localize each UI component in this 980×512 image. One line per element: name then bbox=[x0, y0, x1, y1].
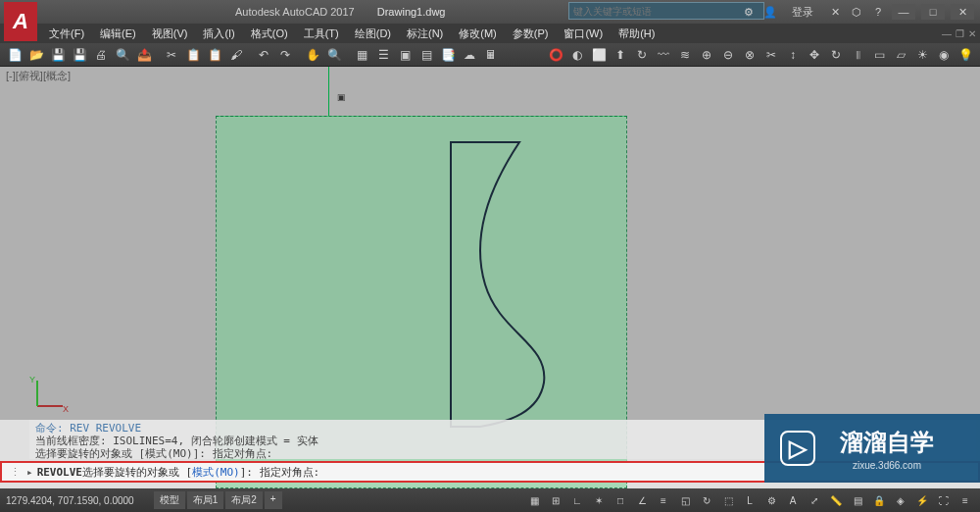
vase-profile-drawing[interactable] bbox=[431, 137, 578, 432]
preview-icon[interactable]: 🔍 bbox=[113, 45, 132, 65]
3dalign-icon[interactable]: ⫴ bbox=[848, 45, 867, 65]
snap-icon[interactable]: ⊞ bbox=[547, 491, 564, 509]
3dorbit-icon[interactable]: ⭕ bbox=[546, 45, 565, 65]
layout-tab-1[interactable]: 布局1 bbox=[187, 491, 224, 509]
cycling-icon[interactable]: ↻ bbox=[698, 491, 715, 509]
menu-edit[interactable]: 编辑(E) bbox=[92, 25, 144, 43]
union-icon[interactable]: ⊕ bbox=[697, 45, 716, 65]
coordinates-readout[interactable]: 1279.4204, 707.1590, 0.0000 bbox=[6, 495, 134, 506]
menu-format[interactable]: 格式(O) bbox=[243, 25, 296, 43]
intersect-icon[interactable]: ⊗ bbox=[740, 45, 760, 65]
menu-draw[interactable]: 绘图(D) bbox=[347, 25, 399, 43]
cmdline-option[interactable]: 模式(MO) bbox=[192, 465, 240, 480]
plot-icon[interactable]: 🖨 bbox=[91, 45, 111, 65]
menu-view[interactable]: 视图(V) bbox=[144, 25, 196, 43]
layout-tab-add[interactable]: + bbox=[265, 491, 282, 509]
paste-icon[interactable]: 📋 bbox=[205, 45, 224, 65]
app-logo[interactable]: A bbox=[4, 2, 37, 41]
saveas-icon[interactable]: 💾 bbox=[70, 45, 89, 65]
doc-minimize-icon[interactable]: — bbox=[942, 28, 952, 39]
drawing-canvas[interactable]: [-][俯视][概念] ▣ Y X bbox=[0, 67, 980, 420]
annotation-icon[interactable]: A bbox=[784, 491, 802, 509]
layout-tab-2[interactable]: 布局2 bbox=[225, 491, 263, 509]
zoom-icon[interactable]: 🔍 bbox=[324, 45, 344, 65]
stayconnected-icon[interactable]: ⬡ bbox=[849, 4, 864, 20]
materials-icon[interactable]: ◉ bbox=[934, 45, 954, 65]
box-icon[interactable]: ⬜ bbox=[589, 45, 609, 65]
polar-icon[interactable]: ✶ bbox=[590, 491, 608, 509]
loft-icon[interactable]: ≋ bbox=[675, 45, 695, 65]
menu-parametric[interactable]: 参数(P) bbox=[505, 25, 557, 43]
lockui-icon[interactable]: 🔒 bbox=[870, 491, 888, 509]
designcenter-icon[interactable]: ▣ bbox=[395, 45, 415, 65]
login-link[interactable]: 登录 bbox=[792, 5, 813, 20]
cleanscreen-icon[interactable]: ⛶ bbox=[935, 491, 953, 509]
minimize-button[interactable]: — bbox=[892, 4, 915, 20]
menu-modify[interactable]: 修改(M) bbox=[451, 25, 505, 43]
maximize-button[interactable]: □ bbox=[921, 4, 945, 20]
doc-close-icon[interactable]: ✕ bbox=[968, 28, 976, 39]
sweep-icon[interactable]: 〰 bbox=[654, 45, 673, 65]
lineweight-icon[interactable]: ≡ bbox=[655, 491, 672, 509]
presspull-icon[interactable]: ↕ bbox=[783, 45, 803, 65]
3drotate-icon[interactable]: ↻ bbox=[826, 45, 846, 65]
menu-window[interactable]: 窗口(W) bbox=[556, 25, 611, 43]
copy-icon[interactable]: 📋 bbox=[183, 45, 203, 65]
flatshot-icon[interactable]: ▱ bbox=[891, 45, 910, 65]
3dmove-icon[interactable]: ✥ bbox=[805, 45, 824, 65]
autoscale-icon[interactable]: ⤢ bbox=[806, 491, 823, 509]
grid-icon[interactable]: ▦ bbox=[525, 491, 543, 509]
properties-icon[interactable]: ☰ bbox=[373, 45, 393, 65]
user-icon[interactable]: 👤 bbox=[762, 4, 778, 20]
infocenter-icon[interactable]: ⚙ bbox=[741, 4, 757, 20]
menu-insert[interactable]: 插入(I) bbox=[195, 25, 242, 43]
menu-file[interactable]: 文件(F) bbox=[41, 25, 92, 43]
transparency-icon[interactable]: ◱ bbox=[676, 491, 694, 509]
menu-dimension[interactable]: 标注(N) bbox=[399, 25, 451, 43]
revolve-icon[interactable]: ↻ bbox=[632, 45, 652, 65]
osnap-icon[interactable]: □ bbox=[612, 491, 629, 509]
help-icon[interactable]: ? bbox=[870, 4, 886, 20]
3dosnap-icon[interactable]: ⬚ bbox=[719, 491, 737, 509]
toolpalette-icon[interactable]: ▤ bbox=[416, 45, 436, 65]
section-icon[interactable]: ▭ bbox=[869, 45, 889, 65]
pan-icon[interactable]: ✋ bbox=[303, 45, 322, 65]
doc-restore-icon[interactable]: ❐ bbox=[956, 28, 964, 39]
exchange-icon[interactable]: ✕ bbox=[827, 4, 843, 20]
menu-help[interactable]: 帮助(H) bbox=[611, 25, 662, 43]
matchprops-icon[interactable]: 🖌 bbox=[226, 45, 246, 65]
viewport-label[interactable]: [-][俯视][概念] bbox=[6, 69, 71, 83]
cmdline-handle-icon[interactable]: ⋮ bbox=[10, 466, 21, 479]
customize-icon[interactable]: ≡ bbox=[956, 491, 974, 509]
new-icon[interactable]: 📄 bbox=[5, 45, 24, 65]
save-icon[interactable]: 💾 bbox=[48, 45, 68, 65]
quickcalc-icon[interactable]: 🖩 bbox=[481, 45, 501, 65]
slice-icon[interactable]: ✂ bbox=[761, 45, 781, 65]
layout-tab-model[interactable]: 模型 bbox=[154, 491, 185, 509]
undo-icon[interactable]: ↶ bbox=[254, 45, 273, 65]
dynamicucs-icon[interactable]: L bbox=[741, 491, 759, 509]
open-icon[interactable]: 📂 bbox=[26, 45, 46, 65]
lights-icon[interactable]: 💡 bbox=[956, 45, 975, 65]
layer-icon[interactable]: ▦ bbox=[352, 45, 371, 65]
markup-icon[interactable]: ☁ bbox=[460, 45, 479, 65]
close-button[interactable]: ✕ bbox=[951, 4, 974, 20]
cut-icon[interactable]: ✂ bbox=[162, 45, 181, 65]
otrack-icon[interactable]: ∠ bbox=[633, 491, 651, 509]
ortho-icon[interactable]: ∟ bbox=[568, 491, 586, 509]
render-icon[interactable]: ☀ bbox=[912, 45, 932, 65]
sheetset-icon[interactable]: 📑 bbox=[438, 45, 458, 65]
visualstyle-icon[interactable]: ◐ bbox=[567, 45, 587, 65]
help-search-input[interactable] bbox=[568, 2, 764, 20]
hardware-icon[interactable]: ⚡ bbox=[913, 491, 931, 509]
menu-tools[interactable]: 工具(T) bbox=[296, 25, 347, 43]
subtract-icon[interactable]: ⊖ bbox=[718, 45, 738, 65]
quickprops-icon[interactable]: ▤ bbox=[849, 491, 866, 509]
extrude-icon[interactable]: ⬆ bbox=[611, 45, 630, 65]
redo-icon[interactable]: ↷ bbox=[275, 45, 295, 65]
publish-icon[interactable]: 📤 bbox=[134, 45, 154, 65]
ucs-icon[interactable]: Y X bbox=[29, 375, 69, 414]
units-icon[interactable]: 📏 bbox=[827, 491, 845, 509]
isolate-icon[interactable]: ◈ bbox=[892, 491, 909, 509]
workspace-icon[interactable]: ⚙ bbox=[762, 491, 780, 509]
